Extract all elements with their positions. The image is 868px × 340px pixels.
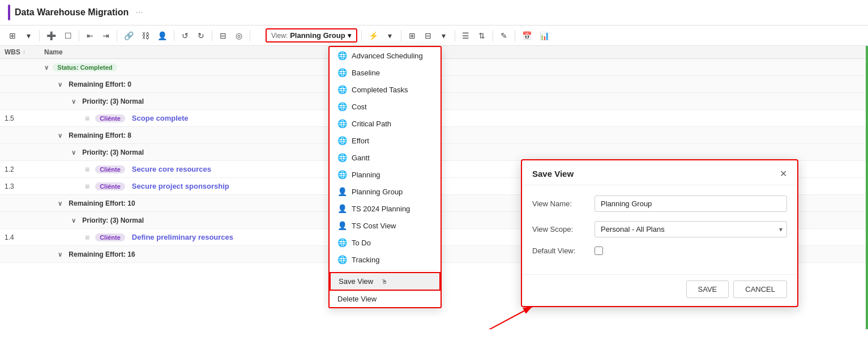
- undo-button[interactable]: ↺: [178, 29, 192, 42]
- globe-icon: 🌐: [337, 238, 347, 247]
- status-badge: Status: Completed: [53, 63, 117, 71]
- view-scope-select-wrapper: Personal - All Plans Global - All Plans …: [595, 221, 787, 237]
- title-dots: ···: [135, 7, 143, 18]
- dropdown-item-tracking[interactable]: 🌐 Tracking: [330, 251, 441, 268]
- view-name-input[interactable]: [595, 196, 787, 212]
- task-name-link[interactable]: Scope complete: [132, 114, 189, 122]
- indent-right-button[interactable]: ⇥: [99, 29, 113, 42]
- chevron-icon[interactable]: ∨: [71, 149, 76, 156]
- dropdown-item-label: TS Cost View: [352, 222, 396, 230]
- app-header: Data Warehouse Migration ···: [0, 0, 868, 26]
- chevron-icon[interactable]: ∨: [71, 98, 76, 105]
- split-button[interactable]: ☐: [61, 29, 75, 42]
- table-button[interactable]: ⊟: [216, 29, 230, 42]
- task-name-link[interactable]: Define preliminary resources: [132, 233, 233, 241]
- default-view-label: Default View:: [532, 246, 595, 255]
- globe-icon: 🌐: [337, 119, 347, 128]
- grid-dropdown-button[interactable]: ▾: [22, 29, 35, 42]
- edit-button[interactable]: ✎: [497, 29, 511, 42]
- toolbar-divider-3: [117, 30, 117, 41]
- dropdown-item-label: TS 2024 Planning: [352, 205, 410, 213]
- row-content: ≡ Cliénte Scope complete: [44, 114, 861, 123]
- person-icon: 👤: [337, 187, 347, 196]
- dropdown-item-save-view[interactable]: Save View 🖱: [330, 272, 441, 291]
- dropdown-item-cost[interactable]: 🌐 Cost: [330, 98, 441, 115]
- filter-dropdown-button[interactable]: ▾: [383, 29, 397, 42]
- row-wbs: 1.4: [5, 233, 44, 241]
- save-view-modal: Save View ✕ View Name: View Scope: Perso…: [521, 159, 798, 307]
- main-content: WBS ↑ Name ∨ Status: Completed ∨: [0, 46, 868, 329]
- col-wbs-header: WBS ↑: [5, 48, 44, 56]
- globe-icon: 🌐: [337, 68, 347, 77]
- dropdown-item-completed-tasks[interactable]: 🌐 Completed Tasks: [330, 81, 441, 98]
- task-name-link[interactable]: Secure project sponsorship: [132, 182, 229, 190]
- grid-view-button[interactable]: ⊞: [6, 29, 19, 42]
- cursor-icon: 🖱: [381, 278, 388, 286]
- drag-handle-icon[interactable]: ≡: [85, 165, 89, 174]
- toolbar-divider-11: [515, 30, 515, 41]
- drag-handle-icon[interactable]: ≡: [85, 182, 89, 191]
- row-chip: Cliénte: [95, 114, 125, 122]
- chevron-icon[interactable]: ∨: [58, 132, 62, 139]
- group-label: Remaining Effort: 0: [66, 80, 131, 88]
- dropdown-item-baseline[interactable]: 🌐 Baseline: [330, 64, 441, 81]
- sort-button[interactable]: ⇅: [475, 29, 489, 42]
- wbs-sort-icon[interactable]: ↑: [23, 49, 25, 56]
- dropdown-item-ts-cost-view[interactable]: 👤 TS Cost View: [330, 217, 441, 234]
- dropdown-item-advanced-scheduling[interactable]: 🌐 Advanced Scheduling: [330, 47, 441, 64]
- group-label: Priority: (3) Normal: [80, 148, 144, 156]
- view-dropdown-menu: 🌐 Advanced Scheduling 🌐 Baseline 🌐 Compl…: [328, 46, 442, 308]
- row-wbs: 1.2: [5, 165, 44, 173]
- group-dropdown-button[interactable]: ▾: [437, 29, 451, 42]
- globe-icon: 🌐: [337, 170, 347, 179]
- link-button[interactable]: 🔗: [121, 29, 136, 42]
- calendar-button[interactable]: 📅: [519, 29, 535, 42]
- toolbar-divider-5: [212, 30, 212, 41]
- dropdown-item-ts-2024[interactable]: 👤 TS 2024 Planning: [330, 200, 441, 217]
- dropdown-item-planning[interactable]: 🌐 Planning: [330, 166, 441, 183]
- redo-button[interactable]: ↻: [194, 29, 208, 42]
- dropdown-item-label: Gantt: [352, 154, 370, 162]
- group-button[interactable]: ⊟: [421, 29, 435, 42]
- chevron-icon[interactable]: ∨: [58, 251, 62, 258]
- view-selector[interactable]: View: Planning Group ▾: [266, 28, 357, 42]
- dropdown-item-delete-view[interactable]: Delete View: [330, 291, 441, 307]
- dropdown-item-critical-path[interactable]: 🌐 Critical Path: [330, 115, 441, 132]
- link2-button[interactable]: ⛓: [139, 29, 152, 42]
- group-label: Priority: (3) Normal: [80, 97, 144, 105]
- cancel-button[interactable]: CANCEL: [733, 280, 787, 298]
- circle-button[interactable]: ◎: [232, 29, 246, 42]
- cols-button[interactable]: ⊞: [405, 29, 419, 42]
- toolbar-divider-10: [493, 30, 493, 41]
- chevron-icon[interactable]: ∨: [58, 200, 62, 207]
- toolbar-divider-4: [174, 30, 174, 41]
- default-view-checkbox[interactable]: [595, 246, 603, 255]
- save-button[interactable]: SAVE: [686, 280, 729, 298]
- app-title-bar: Data Warehouse Migration ···: [8, 5, 143, 20]
- row-content: ∨ Remaining Effort: 8: [44, 131, 861, 139]
- chevron-icon[interactable]: ∨: [71, 217, 76, 224]
- chevron-icon[interactable]: ∨: [44, 64, 49, 71]
- add-button[interactable]: ➕: [44, 29, 59, 42]
- dropdown-item-planning-group[interactable]: 👤 Planning Group: [330, 183, 441, 200]
- chart-button[interactable]: 📊: [537, 29, 552, 42]
- app-title: Data Warehouse Migration: [15, 7, 129, 18]
- dropdown-item-label: Completed Tasks: [352, 86, 408, 94]
- chevron-icon[interactable]: ∨: [58, 81, 62, 88]
- filter-button[interactable]: ⚡: [366, 29, 381, 42]
- dropdown-item-label: Critical Path: [352, 120, 391, 128]
- modal-close-button[interactable]: ✕: [780, 168, 787, 179]
- person-button[interactable]: 👤: [155, 29, 170, 42]
- align-button[interactable]: ☰: [459, 29, 473, 42]
- drag-handle-icon[interactable]: ≡: [85, 114, 89, 123]
- dropdown-item-effort[interactable]: 🌐 Effort: [330, 132, 441, 149]
- modal-footer: SAVE CANCEL: [522, 274, 797, 306]
- dropdown-item-to-do[interactable]: 🌐 To Do: [330, 234, 441, 251]
- dropdown-item-gantt[interactable]: 🌐 Gantt: [330, 149, 441, 166]
- indent-left-button[interactable]: ⇤: [83, 29, 97, 42]
- task-name-link[interactable]: Secure core resources: [132, 165, 211, 173]
- view-scope-select[interactable]: Personal - All Plans Global - All Plans …: [595, 221, 787, 237]
- dropdown-item-label: Save View: [339, 277, 373, 286]
- drag-handle-icon[interactable]: ≡: [85, 233, 89, 242]
- group-label: Priority: (3) Normal: [80, 216, 144, 224]
